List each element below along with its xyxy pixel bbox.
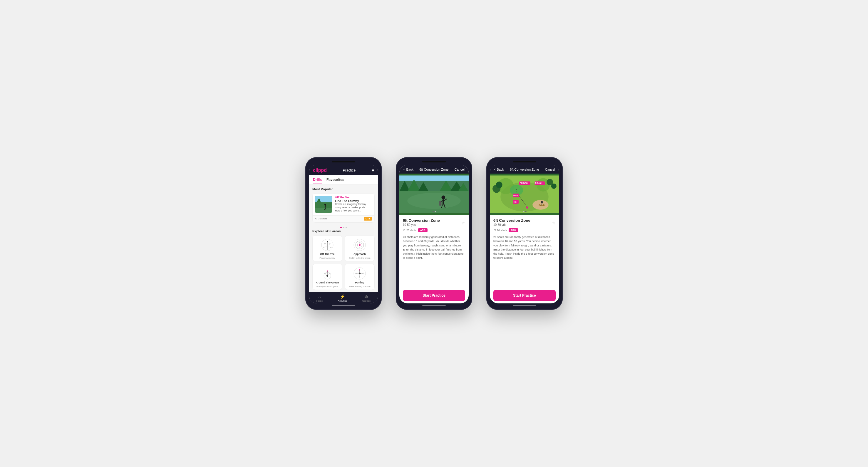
phone-3: < Back 6ft Conversion Zone Cancel SAND bbox=[486, 157, 563, 310]
p2-meta: ⏱ 20 shots ARG bbox=[403, 228, 465, 232]
p3-range: 10-50 yds bbox=[493, 223, 556, 227]
p1-dot-2 bbox=[343, 227, 344, 228]
p2-header: < Back 6ft Conversion Zone Cancel bbox=[399, 165, 469, 174]
p1-badge: OTT bbox=[364, 217, 372, 221]
phone-3-home-indicator bbox=[513, 305, 536, 306]
svg-point-62 bbox=[435, 211, 436, 213]
p1-tab-drills[interactable]: Drills bbox=[313, 178, 322, 184]
p3-start-button[interactable]: Start Practice bbox=[493, 290, 556, 301]
p2-favourite-icon[interactable]: ☆ bbox=[461, 221, 465, 225]
p1-skill-approach[interactable]: Approach Dial-in to hit the green bbox=[345, 235, 375, 261]
svg-point-16 bbox=[324, 243, 326, 244]
svg-point-53 bbox=[407, 193, 461, 208]
svg-point-87 bbox=[525, 211, 527, 213]
phone-1: clippd Practice ≡ Drills Favourites Most… bbox=[305, 157, 382, 310]
p2-content: 6ft Conversion Zone ☆ 10-50 yds ⏱ 20 sho… bbox=[399, 215, 469, 288]
p3-drill-title: 6ft Conversion Zone bbox=[493, 218, 556, 223]
p3-favourite-icon[interactable]: ☆ bbox=[552, 221, 556, 225]
nav-capture[interactable]: ⊕ Capture bbox=[362, 294, 371, 302]
phones-container: clippd Practice ≡ Drills Favourites Most… bbox=[305, 157, 563, 310]
capture-icon: ⊕ bbox=[365, 294, 368, 299]
p2-clock-icon: ⏱ bbox=[403, 229, 405, 232]
svg-point-13 bbox=[327, 241, 328, 242]
p3-header-title: 6ft Conversion Zone bbox=[510, 168, 539, 171]
p1-card-text: Off The Tee Find The Fairway Create an i… bbox=[335, 196, 372, 213]
p1-header-title: Practice bbox=[343, 168, 355, 172]
home-icon: ⌂ bbox=[318, 294, 320, 299]
p1-skill-ott-name: Off The Tee bbox=[320, 253, 335, 256]
svg-point-35 bbox=[359, 273, 361, 274]
p1-skill-atg[interactable]: Around The Green Hone your short game bbox=[312, 264, 342, 290]
p1-logo: clippd bbox=[313, 168, 327, 173]
p1-skill-approach-name: Approach bbox=[353, 253, 366, 256]
svg-rect-55 bbox=[442, 199, 444, 204]
p1-content: Most Popular bbox=[309, 185, 378, 292]
p1-card-image bbox=[315, 196, 332, 213]
p2-description: 20 shots are randomly generated at dista… bbox=[403, 235, 465, 260]
p1-shots: ⏱ 10 shots bbox=[315, 218, 327, 220]
nav-home[interactable]: ⌂ Home bbox=[316, 294, 322, 302]
p3-description: 20 shots are randomly generated at dista… bbox=[493, 235, 556, 260]
p1-skill-approach-desc: Dial-in to hit the green bbox=[349, 257, 370, 259]
phone-notch-2 bbox=[422, 161, 446, 162]
p1-card-subtitle: Off The Tee bbox=[335, 196, 372, 199]
phone-2-home-indicator bbox=[422, 305, 446, 306]
svg-point-74 bbox=[526, 206, 528, 208]
svg-point-86 bbox=[523, 211, 525, 213]
p3-meta: ⏱ 20 shots ARG bbox=[493, 228, 556, 232]
p2-back-button[interactable]: < Back bbox=[403, 168, 413, 171]
svg-point-61 bbox=[433, 211, 434, 213]
svg-line-33 bbox=[328, 273, 330, 275]
p3-clock-icon: ⏱ bbox=[493, 229, 496, 232]
p2-shots-text: ⏱ 20 shots bbox=[403, 229, 416, 232]
clock-icon: ⏱ bbox=[315, 218, 317, 220]
p1-carousel-dots bbox=[312, 226, 375, 229]
p2-cancel-button[interactable]: Cancel bbox=[455, 168, 465, 171]
p1-tab-favourites[interactable]: Favourites bbox=[327, 178, 344, 184]
p2-start-button[interactable]: Start Practice bbox=[403, 290, 465, 301]
phone-notch-3 bbox=[513, 161, 536, 162]
p1-explore-label: Explore skill areas bbox=[312, 229, 375, 233]
p3-badge: ARG bbox=[508, 228, 518, 232]
svg-point-27 bbox=[327, 275, 328, 277]
phone-1-screen: clippd Practice ≡ Drills Favourites Most… bbox=[309, 165, 378, 303]
phone-2: < Back 6ft Conversion Zone Cancel bbox=[396, 157, 472, 310]
nav-activities-label: Activities bbox=[338, 300, 347, 302]
p1-most-popular-label: Most Popular bbox=[312, 188, 375, 191]
phone-1-home-indicator bbox=[332, 305, 355, 306]
p1-header: clippd Practice ≡ bbox=[309, 165, 378, 175]
svg-point-6 bbox=[324, 204, 326, 206]
phone-3-screen: < Back 6ft Conversion Zone Cancel SAND bbox=[490, 165, 559, 303]
p1-menu-icon[interactable]: ≡ bbox=[372, 168, 374, 173]
svg-rect-60 bbox=[439, 201, 441, 206]
svg-text:Miss: Miss bbox=[513, 194, 518, 197]
svg-text:Hit: Hit bbox=[514, 201, 517, 203]
p2-drill-title: 6ft Conversion Zone bbox=[403, 218, 465, 223]
p3-hero-image: SAND Hit Miss bbox=[490, 174, 559, 215]
p1-skill-ott-desc: Power accuracy bbox=[319, 257, 335, 259]
p1-skill-ott[interactable]: Off The Tee Power accuracy bbox=[312, 235, 342, 261]
p3-cancel-button[interactable]: Cancel bbox=[545, 168, 555, 171]
phone-notch-1 bbox=[332, 161, 355, 162]
p1-featured-card[interactable]: Off The Tee Find The Fairway Create an i… bbox=[312, 193, 375, 223]
svg-point-71 bbox=[496, 181, 502, 188]
svg-point-73 bbox=[551, 184, 557, 189]
svg-line-32 bbox=[325, 273, 327, 275]
svg-point-19 bbox=[331, 247, 332, 248]
p1-skill-grid: Off The Tee Power accuracy bbox=[312, 235, 375, 290]
svg-point-18 bbox=[323, 247, 324, 248]
p1-bottom-nav: ⌂ Home ⚡ Activities ⊕ Capture bbox=[309, 292, 378, 303]
p3-back-button[interactable]: < Back bbox=[494, 168, 504, 171]
svg-text:FAIRWAY: FAIRWAY bbox=[520, 182, 528, 185]
svg-point-83 bbox=[541, 201, 543, 203]
p1-card-desc: Create an imaginary fairway using trees … bbox=[335, 203, 372, 212]
p1-skill-putting-desc: Make and lag practice bbox=[349, 285, 370, 288]
p1-card-footer: ⏱ 10 shots OTT bbox=[313, 215, 374, 222]
p2-header-title: 6ft Conversion Zone bbox=[419, 168, 448, 171]
p1-skill-atg-name: Around The Green bbox=[316, 281, 339, 284]
nav-activities[interactable]: ⚡ Activities bbox=[338, 294, 347, 302]
p1-skill-atg-desc: Hone your short game bbox=[316, 285, 338, 288]
p1-skill-putting[interactable]: Putting Make and lag practice bbox=[345, 264, 375, 290]
p1-dot-3 bbox=[346, 227, 347, 228]
nav-home-label: Home bbox=[316, 300, 322, 302]
